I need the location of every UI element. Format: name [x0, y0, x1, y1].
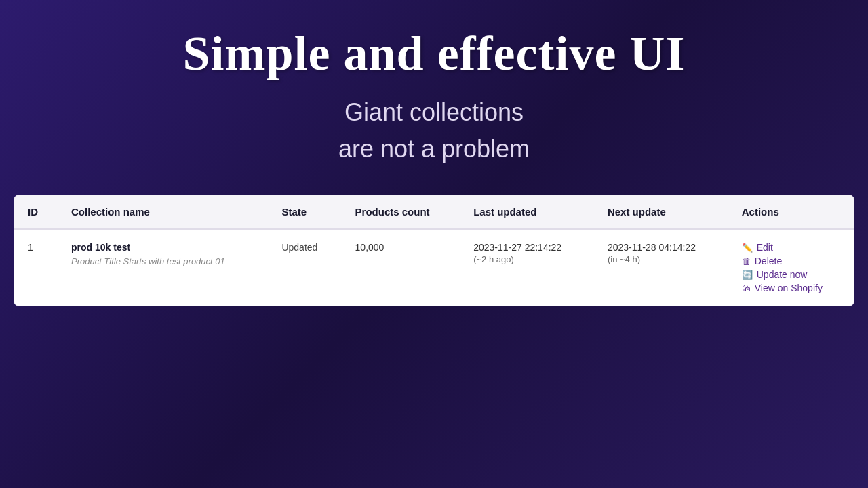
edit-label: Edit: [757, 242, 773, 253]
shopify-icon: 🛍: [742, 283, 751, 293]
collection-filter-text: Product Title Starts with test product 0…: [71, 256, 225, 266]
col-header-id: ID: [14, 195, 58, 229]
last-updated-date: 2023-11-27 22:14:22: [473, 242, 580, 253]
cell-state: Updated: [268, 229, 341, 306]
col-header-state: State: [268, 195, 341, 229]
col-header-collection-name: Collection name: [58, 195, 268, 229]
col-header-products-count: Products count: [342, 195, 460, 229]
update-now-label: Update now: [757, 269, 808, 280]
view-on-shopify-label: View on Shopify: [755, 283, 823, 293]
delete-icon: 🗑: [742, 256, 751, 266]
main-title: Simple and effective UI: [183, 27, 686, 81]
edit-button[interactable]: ✏️ Edit: [742, 242, 840, 253]
collections-table-container: ID Collection name State Products count …: [14, 195, 854, 306]
cell-actions: ✏️ Edit 🗑 Delete 🔄 Update now 🛍: [728, 229, 854, 306]
table-row: 1 prod 10k test Product Title Starts wit…: [14, 229, 854, 306]
collections-table: ID Collection name State Products count …: [14, 195, 854, 306]
next-update-relative: (in ~4 h): [608, 254, 715, 264]
subtitle: Giant collections are not a problem: [183, 94, 686, 167]
actions-list: ✏️ Edit 🗑 Delete 🔄 Update now 🛍: [742, 242, 840, 293]
update-icon: 🔄: [742, 270, 753, 280]
table-header-row: ID Collection name State Products count …: [14, 195, 854, 229]
cell-collection-name: prod 10k test Product Title Starts with …: [58, 229, 268, 306]
edit-icon: ✏️: [742, 243, 753, 253]
subtitle-line1: Giant collections: [344, 98, 524, 126]
hero-section: Simple and effective UI Giant collection…: [183, 0, 686, 188]
delete-label: Delete: [755, 256, 782, 266]
cell-next-update: 2023-11-28 04:14:22 (in ~4 h): [594, 229, 728, 306]
next-update-date: 2023-11-28 04:14:22: [608, 242, 715, 253]
collection-name-text: prod 10k test: [71, 242, 254, 253]
col-header-actions: Actions: [728, 195, 854, 229]
cell-id: 1: [14, 229, 58, 306]
last-updated-relative: (~2 h ago): [473, 254, 580, 264]
col-header-last-updated: Last updated: [460, 195, 594, 229]
cell-products-count: 10,000: [342, 229, 460, 306]
view-on-shopify-button[interactable]: 🛍 View on Shopify: [742, 283, 840, 293]
col-header-next-update: Next update: [594, 195, 728, 229]
update-now-button[interactable]: 🔄 Update now: [742, 269, 840, 280]
cell-last-updated: 2023-11-27 22:14:22 (~2 h ago): [460, 229, 594, 306]
delete-button[interactable]: 🗑 Delete: [742, 256, 840, 266]
subtitle-line2: are not a problem: [338, 135, 530, 163]
